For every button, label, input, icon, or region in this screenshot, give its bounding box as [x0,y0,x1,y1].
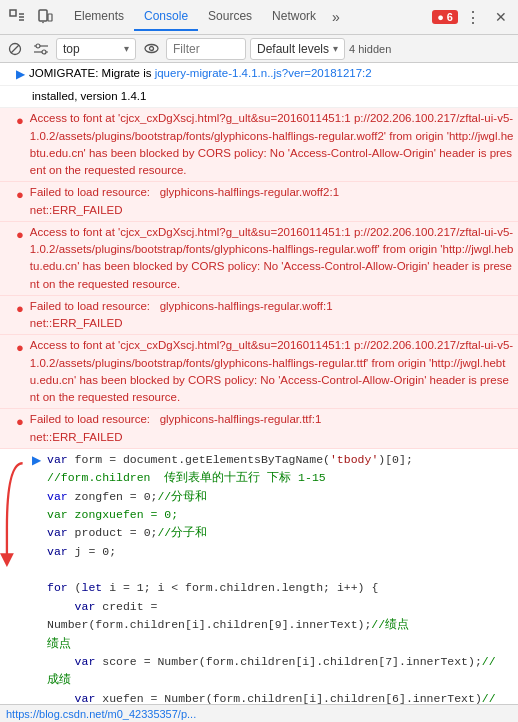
error-link[interactable]: glyphicons-halflings-regular.woff:1 [160,300,333,312]
code-line: var j = 0; [47,543,514,561]
code-line: //form.children 传到表单的十五行 下标 1-15 [47,469,514,487]
error-link[interactable]: glyphicons-halflings-regular.woff2:1 [160,186,339,198]
code-line: var zongfen = 0;//分母和 [47,488,514,506]
more-options-icon[interactable]: ⋮ [460,4,486,30]
svg-line-8 [11,45,19,53]
tab-more-icon[interactable]: » [326,5,346,29]
code-line: 成绩 [47,671,514,689]
tab-console[interactable]: Console [134,3,198,31]
device-icon[interactable] [32,4,58,30]
console-entry-error: ● Access to font at 'cjcx_cxDgXscj.html?… [0,335,518,409]
status-url: https://blog.csdn.net/m0_42335357/p... [6,708,196,720]
context-selector[interactable]: top ▾ [56,38,136,60]
filter-icon[interactable] [30,38,52,60]
info-prompt-icon: ▶ [16,65,25,83]
close-devtools-icon[interactable]: ✕ [488,4,514,30]
code-block-container: ▶ var form = document.getElementsByTagNa… [0,449,518,722]
code-line: for (let i = 1; i < form.children.length… [47,579,514,597]
devtools-icons [4,4,58,30]
entry-text: installed, version 1.4.1 [32,88,514,105]
level-chevron-icon: ▾ [333,43,338,54]
error-link[interactable]: cjcx_cxDgXscj.html?g_ult&su=2016011451:1 [120,112,350,124]
error-link[interactable]: glyphicons-halflings-regular.ttf:1 [160,413,322,425]
svg-rect-5 [48,14,52,21]
tab-bar: Elements Console Sources Network » [64,3,432,31]
console-entry-error: ● Failed to load resource: glyphicons-ha… [0,409,518,449]
console-content: ▶ JOMIGRATE: Migrate is jquery-migrate-1… [0,63,518,722]
error-link[interactable]: cjcx_cxDgXscj.html?g_ult&su=2016011451:1 [120,339,350,351]
svg-point-9 [36,44,40,48]
error-origin-link[interactable]: http://jwgl.hebtu.edu.cn [30,130,514,159]
tab-network[interactable]: Network [262,3,326,31]
bottom-status-bar: https://blog.csdn.net/m0_42335357/p... [0,704,518,722]
entry-text: Failed to load resource: glyphicons-half… [30,298,514,333]
devtools-topbar: Elements Console Sources Network » ● 6 ⋮… [0,0,518,35]
eye-icon[interactable] [140,38,162,60]
entry-text: Access to font at 'cjcx_cxDgXscj.html?g_… [30,224,514,293]
entry-text: Failed to load resource: glyphicons-half… [30,411,514,446]
error-icon: ● [16,225,24,245]
code-line: var score = Number(form.children[i].chil… [47,653,514,671]
code-line: Number(form.children[i].children[9].inne… [47,616,514,634]
error-icon: ● [16,338,24,358]
inspect-icon[interactable] [4,4,30,30]
error-icon: ● [16,299,24,319]
log-level-selector[interactable]: Default levels ▾ [250,38,345,60]
console-entry-error: ● Access to font at 'cjcx_cxDgXscj.html?… [0,108,518,182]
svg-point-16 [149,47,153,51]
error-link[interactable]: cjcx_cxDgXscj.html?g_ult&su=2016011451:1 [120,226,350,238]
code-prompt-icon: ▶ [32,451,41,469]
filter-input[interactable] [166,38,246,60]
code-line [47,561,514,579]
entry-link[interactable]: jquery-migrate-1.4.1.n..js?ver=20181217:… [155,67,372,79]
console-entry: ▶ JOMIGRATE: Migrate is jquery-migrate-1… [0,63,518,86]
entry-text: Access to font at 'cjcx_cxDgXscj.html?g_… [30,110,514,179]
svg-rect-4 [39,10,47,21]
code-line: var form = document.getElementsByTagName… [47,451,514,469]
tab-elements[interactable]: Elements [64,3,134,31]
error-count-badge: ● 6 [432,10,458,24]
entry-text: JOMIGRATE: Migrate is jquery-migrate-1.4… [29,65,514,82]
entry-text: Access to font at 'cjcx_cxDgXscj.html?g_… [30,337,514,406]
svg-point-12 [42,50,46,54]
error-icon: ● [16,412,24,432]
clear-console-icon[interactable] [4,38,26,60]
console-entry: installed, version 1.4.1 [0,86,518,108]
svg-point-15 [145,45,158,53]
console-entry-error: ● Failed to load resource: glyphicons-ha… [0,296,518,336]
tab-sources[interactable]: Sources [198,3,262,31]
code-line: var zongxuefen = 0; [47,506,514,524]
console-entry-error: ● Access to font at 'cjcx_cxDgXscj.html?… [0,222,518,296]
svg-rect-0 [10,10,16,16]
code-line: var credit = [47,598,514,616]
code-line: var product = 0;//分子和 [47,524,514,542]
error-origin-link[interactable]: http://jwgl.hebtu.edu.cn [30,357,506,386]
svg-point-6 [42,22,44,24]
error-icon: ● [16,111,24,131]
console-toolbar: top ▾ Default levels ▾ 4 hidden [0,35,518,63]
console-entry-error: ● Failed to load resource: glyphicons-ha… [0,182,518,222]
top-right-controls: ● 6 ⋮ ✕ [432,4,514,30]
error-origin-link[interactable]: http://jwgl.hebtu.edu.cn [30,243,514,272]
error-icon: ● [16,185,24,205]
hidden-count: 4 hidden [349,43,391,55]
entry-text: Failed to load resource: glyphicons-half… [30,184,514,219]
code-entry: ▶ var form = document.getElementsByTagNa… [0,449,518,722]
chevron-down-icon: ▾ [124,43,129,54]
code-line: 绩点 [47,635,514,653]
